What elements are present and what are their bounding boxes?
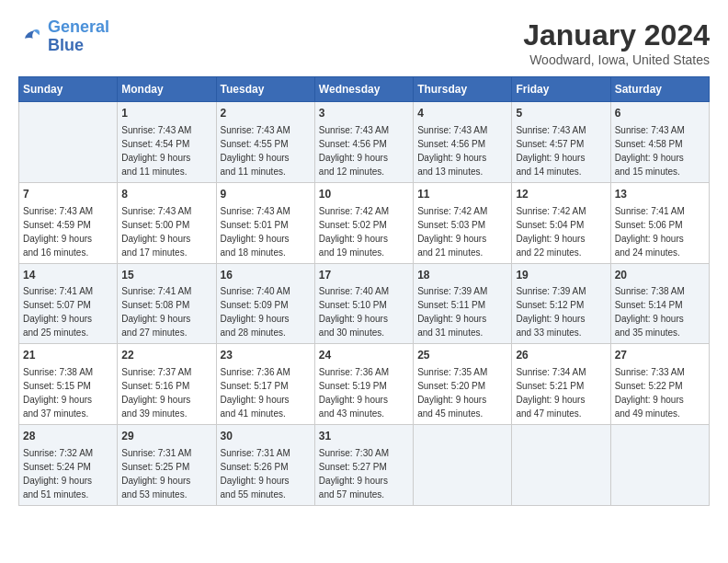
day-header-tuesday: Tuesday [216,77,314,102]
calendar-week-row: 14Sunrise: 7:41 AMSunset: 5:07 PMDayligh… [19,263,710,344]
cell-content: Sunrise: 7:38 AMSunset: 5:15 PMDaylight:… [23,365,113,420]
day-number: 18 [417,268,507,283]
day-number: 7 [23,187,113,202]
day-number: 28 [23,429,113,444]
day-number: 1 [121,106,211,121]
calendar-cell [19,102,118,183]
calendar-header-row: SundayMondayTuesdayWednesdayThursdayFrid… [19,77,710,102]
logo-text: General Blue [48,18,109,55]
cell-content: Sunrise: 7:39 AMSunset: 5:11 PMDaylight:… [417,284,507,339]
day-number: 10 [319,187,409,202]
calendar-week-row: 7Sunrise: 7:43 AMSunset: 4:59 PMDaylight… [19,182,710,263]
calendar-cell: 19Sunrise: 7:39 AMSunset: 5:12 PMDayligh… [512,263,610,344]
calendar-week-row: 28Sunrise: 7:32 AMSunset: 5:24 PMDayligh… [19,425,710,506]
day-number: 13 [615,187,705,202]
calendar-cell: 22Sunrise: 7:37 AMSunset: 5:16 PMDayligh… [118,344,216,425]
calendar-cell: 2Sunrise: 7:43 AMSunset: 4:55 PMDaylight… [216,102,314,183]
cell-content: Sunrise: 7:42 AMSunset: 5:03 PMDaylight:… [417,204,507,259]
cell-content: Sunrise: 7:43 AMSunset: 4:54 PMDaylight:… [121,123,211,178]
page-header: General Blue January 2024 Woodward, Iowa… [18,18,710,67]
day-header-sunday: Sunday [19,77,118,102]
cell-content: Sunrise: 7:43 AMSunset: 4:56 PMDaylight:… [417,123,507,178]
day-number: 8 [121,187,211,202]
day-number: 2 [221,106,311,121]
cell-content: Sunrise: 7:31 AMSunset: 5:25 PMDaylight:… [121,446,211,501]
calendar-week-row: 1Sunrise: 7:43 AMSunset: 4:54 PMDaylight… [19,102,710,183]
cell-content: Sunrise: 7:31 AMSunset: 5:26 PMDaylight:… [221,446,311,501]
calendar-week-row: 21Sunrise: 7:38 AMSunset: 5:15 PMDayligh… [19,344,710,425]
calendar-cell: 15Sunrise: 7:41 AMSunset: 5:08 PMDayligh… [118,263,216,344]
day-number: 19 [516,268,606,283]
calendar-cell: 18Sunrise: 7:39 AMSunset: 5:11 PMDayligh… [414,263,512,344]
day-header-monday: Monday [118,77,216,102]
day-number: 15 [121,268,211,283]
calendar-cell: 21Sunrise: 7:38 AMSunset: 5:15 PMDayligh… [19,344,118,425]
cell-content: Sunrise: 7:41 AMSunset: 5:06 PMDaylight:… [615,204,705,259]
calendar-body: 1Sunrise: 7:43 AMSunset: 4:54 PMDaylight… [19,102,710,506]
calendar-cell: 17Sunrise: 7:40 AMSunset: 5:10 PMDayligh… [314,263,413,344]
cell-content: Sunrise: 7:38 AMSunset: 5:14 PMDaylight:… [615,284,705,339]
cell-content: Sunrise: 7:34 AMSunset: 5:21 PMDaylight:… [516,365,606,420]
calendar-table: SundayMondayTuesdayWednesdayThursdayFrid… [18,76,710,506]
calendar-cell: 6Sunrise: 7:43 AMSunset: 4:58 PMDaylight… [610,102,709,183]
calendar-cell: 30Sunrise: 7:31 AMSunset: 5:26 PMDayligh… [216,425,314,506]
day-header-friday: Friday [512,77,610,102]
cell-content: Sunrise: 7:41 AMSunset: 5:07 PMDaylight:… [23,284,113,339]
cell-content: Sunrise: 7:32 AMSunset: 5:24 PMDaylight:… [23,446,113,501]
calendar-cell: 13Sunrise: 7:41 AMSunset: 5:06 PMDayligh… [610,182,709,263]
day-number: 20 [615,268,705,283]
cell-content: Sunrise: 7:42 AMSunset: 5:02 PMDaylight:… [319,204,409,259]
calendar-cell: 11Sunrise: 7:42 AMSunset: 5:03 PMDayligh… [414,182,512,263]
day-number: 23 [221,348,311,363]
logo: General Blue [18,18,109,55]
calendar-cell: 10Sunrise: 7:42 AMSunset: 5:02 PMDayligh… [314,182,413,263]
day-number: 30 [221,429,311,444]
cell-content: Sunrise: 7:43 AMSunset: 4:59 PMDaylight:… [23,204,113,259]
calendar-cell: 8Sunrise: 7:43 AMSunset: 5:00 PMDaylight… [118,182,216,263]
day-number: 29 [121,429,211,444]
calendar-cell: 29Sunrise: 7:31 AMSunset: 5:25 PMDayligh… [118,425,216,506]
cell-content: Sunrise: 7:43 AMSunset: 5:01 PMDaylight:… [221,204,311,259]
cell-content: Sunrise: 7:42 AMSunset: 5:04 PMDaylight:… [516,204,606,259]
day-header-saturday: Saturday [610,77,709,102]
day-number: 26 [516,348,606,363]
day-number: 6 [615,106,705,121]
day-number: 22 [121,348,211,363]
day-number: 25 [417,348,507,363]
title-section: January 2024 Woodward, Iowa, United Stat… [523,18,710,67]
cell-content: Sunrise: 7:35 AMSunset: 5:20 PMDaylight:… [417,365,507,420]
cell-content: Sunrise: 7:43 AMSunset: 4:56 PMDaylight:… [319,123,409,178]
calendar-cell: 23Sunrise: 7:36 AMSunset: 5:17 PMDayligh… [216,344,314,425]
calendar-cell: 14Sunrise: 7:41 AMSunset: 5:07 PMDayligh… [19,263,118,344]
day-number: 14 [23,268,113,283]
calendar-cell: 5Sunrise: 7:43 AMSunset: 4:57 PMDaylight… [512,102,610,183]
calendar-cell [610,425,709,506]
calendar-cell [414,425,512,506]
day-number: 4 [417,106,507,121]
calendar-cell [512,425,610,506]
calendar-cell: 3Sunrise: 7:43 AMSunset: 4:56 PMDaylight… [314,102,413,183]
cell-content: Sunrise: 7:43 AMSunset: 4:57 PMDaylight:… [516,123,606,178]
calendar-cell: 9Sunrise: 7:43 AMSunset: 5:01 PMDaylight… [216,182,314,263]
calendar-cell: 31Sunrise: 7:30 AMSunset: 5:27 PMDayligh… [314,425,413,506]
day-number: 3 [319,106,409,121]
cell-content: Sunrise: 7:33 AMSunset: 5:22 PMDaylight:… [615,365,705,420]
day-number: 17 [319,268,409,283]
calendar-cell: 20Sunrise: 7:38 AMSunset: 5:14 PMDayligh… [610,263,709,344]
cell-content: Sunrise: 7:43 AMSunset: 4:58 PMDaylight:… [615,123,705,178]
cell-content: Sunrise: 7:36 AMSunset: 5:19 PMDaylight:… [319,365,409,420]
day-number: 27 [615,348,705,363]
calendar-cell: 1Sunrise: 7:43 AMSunset: 4:54 PMDaylight… [118,102,216,183]
month-title: January 2024 [523,18,710,52]
logo-bird-icon [18,24,44,50]
cell-content: Sunrise: 7:41 AMSunset: 5:08 PMDaylight:… [121,284,211,339]
calendar-cell: 26Sunrise: 7:34 AMSunset: 5:21 PMDayligh… [512,344,610,425]
day-number: 24 [319,348,409,363]
cell-content: Sunrise: 7:36 AMSunset: 5:17 PMDaylight:… [221,365,311,420]
day-number: 16 [221,268,311,283]
day-number: 5 [516,106,606,121]
day-header-thursday: Thursday [414,77,512,102]
cell-content: Sunrise: 7:39 AMSunset: 5:12 PMDaylight:… [516,284,606,339]
calendar-cell: 25Sunrise: 7:35 AMSunset: 5:20 PMDayligh… [414,344,512,425]
location-subtitle: Woodward, Iowa, United States [523,52,710,67]
